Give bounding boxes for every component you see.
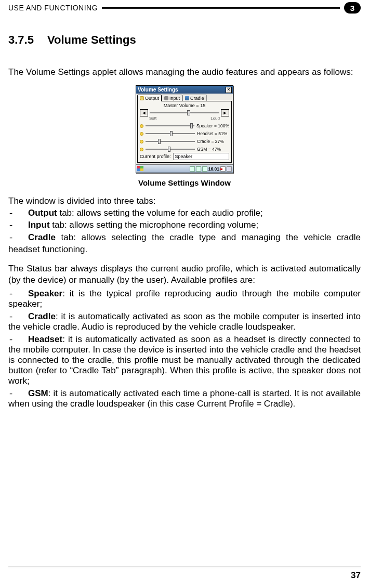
- gsm-slider[interactable]: [146, 147, 195, 152]
- header-rule: [102, 7, 340, 9]
- input-text: tab: allows setting the microphone recor…: [50, 220, 259, 230]
- section-title: Volume Settings: [47, 33, 136, 46]
- tab-panel: Master Volume = 15 ◄ ► Soft Loud Sp: [137, 101, 232, 163]
- tab-output[interactable]: Output: [137, 95, 162, 101]
- start-button[interactable]: [137, 166, 144, 172]
- list-item: -Input tab: allows setting the microphon…: [8, 219, 361, 231]
- led-icon: [140, 132, 143, 136]
- system-tray: 16.01: [190, 166, 232, 172]
- page-header: USE AND FUNCTIONING 3: [8, 0, 361, 14]
- window-title: Volume Settings: [138, 87, 178, 93]
- intro-paragraph: The Volume Settings applet allows managi…: [8, 67, 361, 78]
- section-number: 3.7.5: [8, 33, 34, 47]
- tray-icon[interactable]: [202, 166, 207, 172]
- list-item: -GSM: it is automatically activated each…: [8, 388, 361, 409]
- list-item: -Output tab: allows setting the volume f…: [8, 207, 361, 219]
- tab-output-label: Output: [145, 96, 159, 101]
- windows-flag-icon: [137, 166, 143, 171]
- slider-thumb-icon[interactable]: [168, 147, 170, 152]
- input-bold: Input: [28, 220, 50, 230]
- mic-icon: [164, 96, 168, 100]
- figure-caption: Volume Settings Window: [138, 178, 231, 187]
- headset-slider[interactable]: [146, 131, 195, 136]
- cradle-slider[interactable]: [146, 139, 195, 144]
- list-item: -Cradle: it is automatically activated a…: [8, 311, 361, 332]
- scale-loud: Loud: [210, 116, 220, 121]
- footer-rule: [8, 567, 361, 568]
- status-paragraph: The Status bar always displays the curre…: [8, 263, 361, 286]
- channel-headset-row: Headset = 51%: [140, 131, 229, 136]
- profile-cradle-bold: Cradle: [28, 311, 56, 321]
- taskbar: 16.01: [136, 164, 233, 173]
- channel-gsm-row: GSM = 47%: [140, 147, 229, 152]
- profile-cradle-text: : it is automatically activated as soon …: [8, 311, 361, 332]
- slider-track-icon: [146, 125, 194, 126]
- cradle-value: Cradle = 27%: [197, 139, 229, 144]
- output-text: tab: allows setting the volume for each …: [57, 208, 263, 218]
- slider-thumb-icon[interactable]: [187, 110, 190, 115]
- section-heading: 3.7.5Volume Settings: [8, 33, 361, 47]
- scale-soft: Soft: [149, 116, 156, 121]
- profile-gsm-text: : it is automatically activated each tim…: [8, 388, 361, 409]
- cradle-text: tab: allows selecting the cradle type an…: [8, 232, 361, 254]
- profile-speaker-bold: Speaker: [28, 289, 62, 298]
- output-bold: Output: [28, 208, 57, 218]
- headset-value: Headset = 51%: [197, 131, 229, 136]
- list-item: -Cradle tab: allows selecting the cradle…: [8, 232, 361, 256]
- tray-icon[interactable]: [196, 166, 201, 172]
- current-profile-label: Current profile:: [140, 154, 171, 159]
- profile-gsm-bold: GSM: [28, 388, 48, 398]
- page-footer: 37: [8, 567, 361, 581]
- current-profile-row: Current profile: Speaker: [140, 153, 229, 160]
- led-icon: [140, 124, 143, 128]
- taskbar-clock: 16.01: [208, 166, 219, 172]
- master-volume-scale: Soft Loud: [149, 116, 220, 121]
- volume-settings-window: Volume Settings × Output Input Cradle Ma…: [136, 85, 233, 173]
- profile-headset-bold: Headset: [28, 334, 62, 344]
- tabs-intro: The window is divided into three tabs:: [8, 195, 361, 207]
- tab-input-label: Input: [169, 96, 180, 101]
- window-titlebar[interactable]: Volume Settings ×: [136, 86, 233, 94]
- led-icon: [140, 148, 143, 151]
- master-volume-decrease-button[interactable]: ◄: [140, 109, 148, 116]
- master-volume-increase-button[interactable]: ►: [221, 109, 229, 116]
- chapter-badge: 3: [344, 2, 361, 14]
- list-item: -Speaker: it is the typical profile repr…: [8, 289, 361, 309]
- master-volume-label: Master Volume = 15: [140, 103, 229, 108]
- channel-speaker-row: Speaker = 100%: [140, 123, 229, 128]
- speaker-slider[interactable]: [146, 123, 194, 128]
- slider-thumb-icon[interactable]: [190, 123, 193, 128]
- figure: Volume Settings × Output Input Cradle Ma…: [8, 85, 361, 187]
- speaker-icon: [140, 96, 144, 100]
- speaker-value: Speaker = 100%: [196, 123, 229, 128]
- close-icon[interactable]: ×: [226, 87, 232, 93]
- tabs-description: The window is divided into three tabs: -…: [8, 195, 361, 255]
- tray-icon[interactable]: [190, 166, 195, 172]
- master-volume-slider[interactable]: [150, 110, 219, 115]
- slider-thumb-icon[interactable]: [170, 131, 173, 136]
- channel-cradle-row: Cradle = 27%: [140, 139, 229, 144]
- gsm-value: GSM = 47%: [197, 147, 229, 152]
- slider-track-icon: [150, 112, 219, 113]
- cradle-bold: Cradle: [28, 232, 56, 242]
- header-title: USE AND FUNCTIONING: [8, 4, 98, 12]
- tab-cradle-label: Cradle: [190, 96, 204, 101]
- current-profile-value: Speaker: [173, 153, 229, 160]
- slider-track-icon: [146, 141, 195, 142]
- notification-flag-icon[interactable]: [220, 166, 226, 172]
- list-item: -Headset: it is automatically activated …: [8, 334, 361, 386]
- tray-expand-icon[interactable]: [227, 166, 232, 172]
- cradle-icon: [185, 96, 189, 100]
- slider-thumb-icon[interactable]: [158, 139, 161, 144]
- master-volume-row: ◄ ►: [140, 109, 229, 116]
- page-number: 37: [8, 570, 361, 581]
- led-icon: [140, 140, 143, 143]
- tab-bar: Output Input Cradle: [136, 94, 233, 101]
